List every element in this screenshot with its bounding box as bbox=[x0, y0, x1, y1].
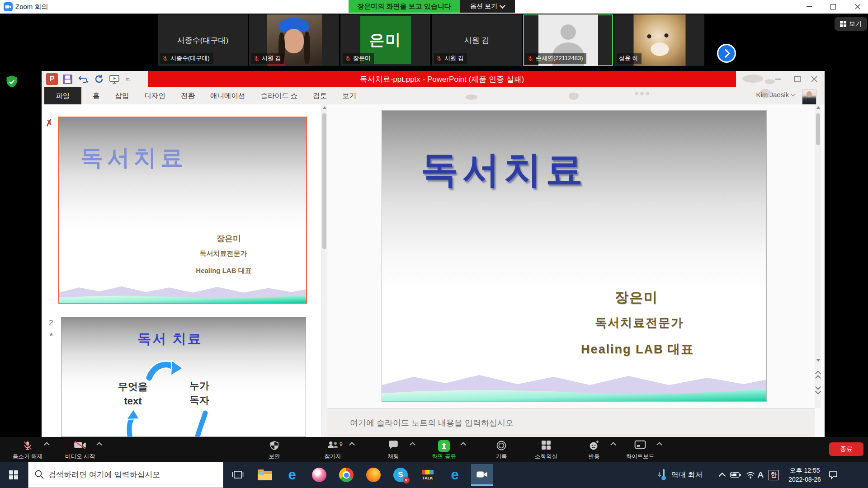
chevron-up-icon bbox=[719, 472, 726, 479]
tab-transitions[interactable]: 전환 bbox=[173, 91, 203, 101]
chat-button[interactable]: 채팅 bbox=[368, 439, 418, 460]
participant-tile[interactable]: 시원 김 시원 김 bbox=[432, 14, 522, 66]
redo-button[interactable] bbox=[94, 74, 104, 84]
next-slide-button[interactable] bbox=[816, 385, 820, 394]
chevron-up-icon[interactable] bbox=[44, 442, 50, 448]
scroll-up-icon bbox=[323, 106, 326, 109]
participant-tile[interactable]: 시원 김 bbox=[249, 14, 339, 66]
participant-tile[interactable]: 서종수(대구대) 서종수(대구대) bbox=[158, 14, 248, 66]
participant-tile[interactable]: 은미 장은미 bbox=[340, 14, 430, 66]
internet-explorer-button[interactable]: e bbox=[281, 464, 303, 486]
chevron-up-icon[interactable] bbox=[96, 442, 102, 448]
share-screen-button[interactable]: 화면 공유 bbox=[419, 439, 469, 460]
edge-button[interactable]: e bbox=[444, 464, 466, 486]
leave-meeting-button[interactable]: 종료 bbox=[829, 442, 863, 456]
slide2-thumbnail[interactable]: 독서 치료 무엇을 tex bbox=[61, 317, 306, 437]
next-participants-button[interactable] bbox=[717, 44, 736, 63]
scrollbar-thumb[interactable] bbox=[816, 113, 820, 145]
ppt-maximize-button[interactable] bbox=[789, 71, 805, 87]
maximize-icon bbox=[830, 4, 836, 9]
weather-widget[interactable]: 역대 최저 bbox=[658, 462, 702, 488]
record-button[interactable]: 기록 bbox=[476, 439, 526, 460]
chrome-button[interactable] bbox=[335, 464, 357, 486]
photos-app-button[interactable] bbox=[308, 464, 330, 486]
unmute-button[interactable]: 음소거 해제 bbox=[3, 439, 52, 460]
battery-indicator[interactable] bbox=[730, 462, 741, 488]
close-button[interactable] bbox=[847, 0, 868, 14]
breakout-rooms-button[interactable]: 소회의실 bbox=[521, 439, 571, 460]
save-button[interactable] bbox=[63, 75, 72, 84]
start-video-button[interactable]: 비디오 시작 bbox=[55, 439, 105, 460]
ime-latin-indicator[interactable]: A bbox=[758, 462, 764, 488]
slide2-right-text: 누가 독자 bbox=[177, 379, 222, 408]
skype-button[interactable]: S ✕ bbox=[390, 464, 411, 486]
doodle-decoration bbox=[742, 75, 763, 83]
tray-overflow-button[interactable] bbox=[720, 462, 725, 488]
powerpoint-title-bar: P 독서치료-ppt.pptx - PowerPoint (제품 인증 실패) bbox=[42, 71, 825, 87]
participant-name-label: 성윤 하 bbox=[617, 53, 642, 64]
tab-insert[interactable]: 삽입 bbox=[108, 91, 137, 101]
tab-design[interactable]: 디자인 bbox=[137, 91, 174, 101]
wifi-indicator[interactable] bbox=[746, 462, 755, 488]
file-explorer-button[interactable] bbox=[254, 464, 276, 486]
reactions-icon bbox=[589, 440, 599, 451]
action-center-button[interactable] bbox=[828, 462, 838, 488]
whiteboard-button[interactable]: 화이트보드 bbox=[615, 439, 665, 460]
notification-badge: ✕ bbox=[403, 477, 410, 483]
tab-file[interactable]: 파일 bbox=[44, 87, 81, 104]
minimize-icon bbox=[807, 6, 812, 7]
search-input[interactable] bbox=[28, 462, 223, 488]
chevron-up-icon[interactable] bbox=[460, 442, 466, 448]
whiteboard-icon bbox=[634, 440, 646, 450]
powerpoint-app-icon[interactable]: P bbox=[46, 73, 58, 85]
chevron-up-icon[interactable] bbox=[656, 442, 662, 448]
minimize-button[interactable] bbox=[799, 0, 820, 14]
ppt-close-button[interactable] bbox=[807, 71, 822, 87]
participant-tile-active-speaker[interactable]: 손채연(22112483) bbox=[523, 14, 613, 66]
reactions-button[interactable]: 반응 bbox=[569, 439, 619, 460]
slide1-thumbnail[interactable]: 독서치료 장은미 독서치료전문가 Healing LAB 대표 bbox=[58, 117, 307, 304]
security-button[interactable]: 보안 bbox=[250, 439, 299, 460]
account-name[interactable]: Kim Jaesik bbox=[756, 91, 795, 99]
slide-role: 독서치료전문가 bbox=[571, 315, 707, 331]
undo-button[interactable] bbox=[77, 75, 89, 84]
zoom-app-button-active[interactable] bbox=[471, 464, 493, 486]
record-icon bbox=[496, 440, 507, 451]
maximize-button[interactable] bbox=[823, 0, 844, 14]
taskbar-clock[interactable]: 오후 12:55 2022-08-26 bbox=[784, 462, 825, 488]
gallery-view-button[interactable]: 보기 bbox=[835, 17, 867, 31]
participant-count: 9 bbox=[340, 441, 343, 447]
ime-korean-indicator[interactable]: 한 bbox=[769, 462, 779, 488]
kakaotalk-icon: TALK bbox=[420, 468, 435, 483]
tab-view[interactable]: 보기 bbox=[335, 91, 364, 101]
ie-icon: e bbox=[288, 467, 296, 483]
account-avatar[interactable] bbox=[802, 89, 816, 105]
customize-qat-icon[interactable] bbox=[125, 76, 130, 82]
view-options-button[interactable]: 옵션 보기 bbox=[460, 0, 515, 13]
scrollbar-thumb[interactable] bbox=[322, 113, 326, 249]
muted-mic-icon bbox=[345, 56, 351, 61]
thumbnail-panel-scrollbar[interactable] bbox=[321, 104, 327, 437]
tab-review[interactable]: 검토 bbox=[305, 91, 335, 101]
participant-tile[interactable]: 성윤 하 bbox=[614, 14, 704, 66]
slide-area-scrollbar[interactable] bbox=[815, 104, 821, 408]
tab-animations[interactable]: 애니메이션 bbox=[203, 91, 253, 101]
slide-notes-area[interactable]: 여기에 슬라이드 노트의 내용을 입력하십시오 bbox=[327, 408, 815, 437]
doodle-decoration bbox=[569, 93, 579, 100]
firefox-button[interactable] bbox=[363, 464, 384, 486]
participants-button[interactable]: 9 참가자 bbox=[308, 439, 358, 460]
task-view-button[interactable] bbox=[227, 464, 249, 486]
start-button[interactable] bbox=[0, 462, 27, 488]
main-slide-canvas[interactable]: 독서치료 장은미 독서치료전문가 Healing LAB 대표 bbox=[382, 111, 766, 401]
tab-home[interactable]: 홈 bbox=[85, 91, 108, 101]
previous-slide-button[interactable] bbox=[816, 371, 820, 380]
taskbar-search[interactable] bbox=[28, 462, 223, 488]
kakaotalk-button[interactable]: TALK bbox=[417, 464, 439, 486]
close-icon bbox=[811, 76, 817, 82]
tab-slideshow[interactable]: 슬라이드 쇼 bbox=[253, 91, 306, 101]
start-slideshow-button[interactable] bbox=[109, 74, 120, 84]
slide1-thumb-title: 독서치료 bbox=[80, 143, 187, 173]
chevron-up-icon[interactable] bbox=[410, 442, 415, 448]
chevron-up-icon[interactable] bbox=[349, 442, 355, 448]
muted-mic-icon bbox=[23, 440, 33, 451]
